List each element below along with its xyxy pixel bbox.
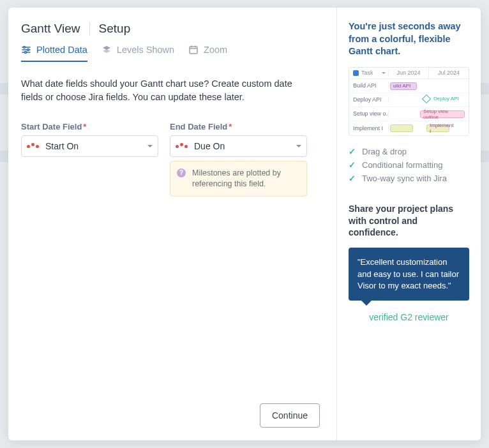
tab-label: Levels Shown [117, 45, 174, 55]
left-pane: Gantt View Setup Plotted Data Levels Sho… [8, 8, 336, 440]
tabs: Plotted Data Levels Shown Zoom [21, 45, 320, 62]
preview-row-label: Build API [349, 82, 389, 89]
hint-text: Milestones are plotted by referencing th… [192, 168, 281, 188]
breadcrumb-setup: Setup [99, 22, 131, 36]
right-pane-title: You're just seconds away from a colorful… [349, 20, 469, 58]
feature-item: ✓Conditional formatting [349, 158, 469, 172]
bar-impl-right: Implement I [426, 124, 449, 132]
label-text: End Date Field [170, 122, 227, 131]
milestone-deploy: Deploy API [421, 95, 462, 103]
task-header-text: Task [361, 70, 373, 76]
select-value: Due On [194, 141, 296, 151]
preview-row: Setup view o… Setup view outline [349, 107, 469, 121]
milestone-hint: ? Milestones are plotted by referencing … [170, 161, 307, 197]
preview-row: Deploy API Deploy API [349, 93, 469, 107]
milestone-label: Deploy API [433, 96, 459, 101]
svg-rect-8 [190, 47, 197, 54]
feature-item: ✓Drag & drop [349, 145, 469, 158]
select-value: Start On [45, 141, 147, 151]
testimonial-quote: "Excellent customization and easy to use… [349, 248, 469, 301]
breadcrumb-view: Gantt View [21, 22, 80, 36]
preview-header: Task Jun 2024 Jul 2024 [349, 68, 469, 79]
continue-button[interactable]: Continue [260, 403, 320, 428]
calendar-icon [188, 45, 199, 55]
setup-modal: Gantt View Setup Plotted Data Levels Sho… [8, 8, 481, 440]
preview-row: Implement I Implement I [349, 121, 469, 135]
start-date-label: Start Date Field* [21, 122, 158, 131]
tab-plotted-data[interactable]: Plotted Data [21, 45, 87, 61]
tab-label: Plotted Data [36, 45, 87, 55]
svg-point-3 [24, 47, 26, 49]
breadcrumb-separator [89, 22, 90, 36]
help-icon: ? [177, 168, 186, 177]
bar-setup-view: Setup view outline [420, 110, 465, 118]
layers-icon [102, 45, 112, 55]
label-text: Start Date Field [21, 122, 82, 131]
end-date-field-col: End Date Field* Due On ? Milestones are … [170, 122, 307, 197]
svg-point-4 [27, 49, 29, 51]
preview-col-1: Jun 2024 [389, 70, 428, 76]
field-source-icon [27, 145, 39, 148]
feature-item: ✓Two-way sync with Jira [349, 172, 469, 185]
required-marker: * [83, 122, 86, 131]
end-date-select[interactable]: Due On [170, 135, 307, 157]
check-icon: ✓ [349, 160, 356, 170]
start-date-select[interactable]: Start On [21, 135, 158, 157]
field-source-icon [176, 145, 188, 148]
task-icon [353, 70, 359, 76]
setup-prompt: What date fields should your Gantt chart… [21, 77, 302, 104]
check-icon: ✓ [349, 174, 356, 183]
required-marker: * [229, 122, 232, 131]
preview-row-label: Implement I [349, 125, 389, 131]
tab-zoom[interactable]: Zoom [188, 45, 227, 61]
feature-text: Drag & drop [362, 147, 407, 156]
sliders-icon [21, 45, 31, 55]
preview-task-header: Task [349, 70, 389, 76]
fields-row: Start Date Field* Start On End Date Fiel… [21, 122, 320, 197]
check-icon: ✓ [349, 147, 356, 156]
breadcrumb: Gantt View Setup [21, 22, 320, 36]
chevron-down-icon [147, 145, 153, 147]
preview-col-2: Jul 2024 [429, 70, 469, 76]
preview-row: Build API uild API [349, 79, 469, 93]
tab-label: Zoom [204, 45, 227, 55]
tab-levels-shown[interactable]: Levels Shown [102, 45, 174, 61]
start-date-field-col: Start Date Field* Start On [21, 122, 158, 197]
feature-text: Two-way sync with Jira [362, 174, 447, 183]
svg-point-5 [25, 52, 27, 54]
feature-list: ✓Drag & drop ✓Conditional formatting ✓Tw… [349, 145, 469, 185]
svg-marker-7 [103, 49, 110, 53]
end-date-label: End Date Field* [170, 122, 307, 131]
preview-row-label: Deploy API [349, 96, 389, 103]
chevron-down-icon [382, 72, 386, 74]
feature-text: Conditional formatting [362, 160, 442, 170]
preview-row-label: Setup view o… [349, 110, 389, 117]
gantt-preview: Task Jun 2024 Jul 2024 Build API uild AP… [349, 67, 469, 136]
right-pane-subtitle: Share your project plans with control an… [349, 203, 469, 239]
bar-impl-left [390, 124, 413, 132]
bar-build-api: uild API [390, 82, 417, 90]
reviewer-attribution: verified G2 reviewer [349, 312, 469, 322]
right-pane: You're just seconds away from a colorful… [336, 8, 481, 440]
chevron-down-icon [296, 145, 301, 147]
